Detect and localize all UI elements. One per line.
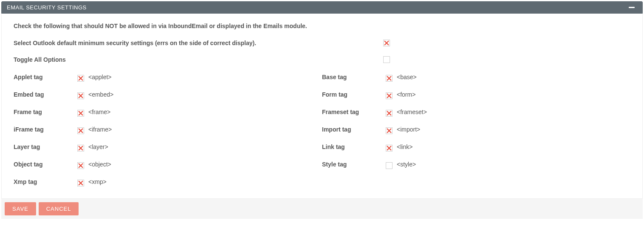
tag-label: Link tag bbox=[322, 143, 386, 150]
intro-text: Check the following that should NOT be a… bbox=[14, 22, 383, 31]
outlook-defaults-checkbox[interactable] bbox=[383, 40, 390, 46]
tag-value: <style> bbox=[395, 161, 416, 168]
tags-grid: Applet tag<applet>Embed tag<embed>Frame … bbox=[14, 69, 630, 191]
tag-row-link-tag: Link tag<link> bbox=[322, 138, 630, 156]
tag-checkbox-embed-tag[interactable] bbox=[77, 92, 84, 99]
panel-title: EMAIL SECURITY SETTINGS bbox=[7, 4, 87, 11]
tag-row-object-tag: Object tag<object> bbox=[14, 156, 322, 173]
cancel-button[interactable]: CANCEL bbox=[39, 202, 79, 215]
tag-label: Frameset tag bbox=[322, 109, 386, 115]
tag-label: Applet tag bbox=[14, 74, 77, 80]
tag-value: <frame> bbox=[87, 109, 110, 115]
outlook-defaults-label: Select Outlook default minimum security … bbox=[14, 39, 383, 48]
toggle-all-checkbox[interactable] bbox=[383, 56, 390, 63]
tag-checkbox-layer-tag[interactable] bbox=[77, 145, 84, 152]
tag-label: Xmp tag bbox=[14, 178, 77, 185]
tag-checkbox-link-tag[interactable] bbox=[386, 145, 393, 152]
tag-label: Layer tag bbox=[14, 143, 77, 150]
tag-value: <applet> bbox=[87, 74, 112, 80]
tag-value: <layer> bbox=[87, 143, 108, 150]
tag-value: <iframe> bbox=[87, 126, 112, 133]
tag-label: iFrame tag bbox=[14, 126, 77, 133]
tag-value: <form> bbox=[395, 91, 415, 98]
tag-checkbox-import-tag[interactable] bbox=[386, 127, 393, 134]
tag-value: <embed> bbox=[87, 91, 113, 98]
tag-checkbox-xmp-tag[interactable] bbox=[77, 180, 84, 186]
tag-label: Embed tag bbox=[14, 91, 77, 98]
minus-icon[interactable] bbox=[629, 7, 635, 8]
panel-body: Check the following that should NOT be a… bbox=[1, 14, 643, 198]
tag-value: <object> bbox=[87, 161, 111, 168]
tag-checkbox-applet-tag[interactable] bbox=[77, 75, 84, 82]
tag-row-import-tag: Import tag<import> bbox=[322, 121, 630, 138]
tag-label: Import tag bbox=[322, 126, 386, 133]
tag-row-style-tag: Style tag<style> bbox=[322, 156, 630, 173]
save-button[interactable]: SAVE bbox=[5, 202, 36, 215]
tag-row-iframe-tag: iFrame tag<iframe> bbox=[14, 121, 322, 138]
tag-checkbox-iframe-tag[interactable] bbox=[77, 127, 84, 134]
tag-checkbox-style-tag[interactable] bbox=[386, 162, 393, 169]
tag-label: Frame tag bbox=[14, 109, 77, 115]
tag-checkbox-frameset-tag[interactable] bbox=[386, 110, 393, 117]
tag-value: <xmp> bbox=[87, 178, 107, 185]
tag-row-layer-tag: Layer tag<layer> bbox=[14, 138, 322, 156]
tag-row-form-tag: Form tag<form> bbox=[322, 86, 630, 103]
tag-row-embed-tag: Embed tag<embed> bbox=[14, 86, 322, 103]
tag-checkbox-frame-tag[interactable] bbox=[77, 110, 84, 117]
email-security-panel: EMAIL SECURITY SETTINGS Check the follow… bbox=[1, 1, 643, 219]
tag-value: <link> bbox=[395, 143, 412, 150]
tag-checkbox-object-tag[interactable] bbox=[77, 162, 84, 169]
toggle-all-label: Toggle All Options bbox=[14, 56, 383, 64]
tag-label: Object tag bbox=[14, 161, 77, 168]
tag-label: Base tag bbox=[322, 74, 386, 80]
tag-label: Style tag bbox=[322, 161, 386, 168]
tag-row-applet-tag: Applet tag<applet> bbox=[14, 69, 322, 86]
tag-row-frameset-tag: Frameset tag<frameset> bbox=[322, 103, 630, 121]
tag-checkbox-base-tag[interactable] bbox=[386, 75, 393, 82]
panel-header: EMAIL SECURITY SETTINGS bbox=[1, 1, 643, 14]
tag-row-base-tag: Base tag<base> bbox=[322, 69, 630, 86]
tag-value: <base> bbox=[395, 74, 417, 80]
tag-checkbox-form-tag[interactable] bbox=[386, 92, 393, 99]
tag-label: Form tag bbox=[322, 91, 386, 98]
tag-value: <frameset> bbox=[395, 109, 427, 115]
tag-row-xmp-tag: Xmp tag<xmp> bbox=[14, 173, 322, 191]
tag-value: <import> bbox=[395, 126, 420, 133]
tag-row-frame-tag: Frame tag<frame> bbox=[14, 103, 322, 121]
panel-footer: SAVE CANCEL bbox=[1, 198, 643, 219]
